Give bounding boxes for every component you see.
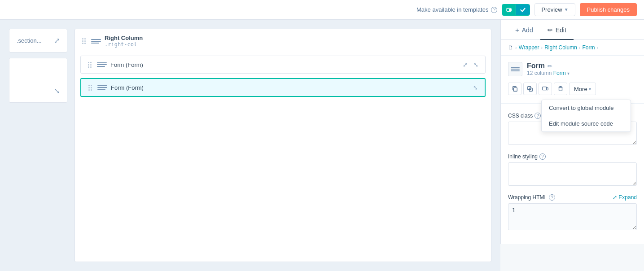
tab-add[interactable]: + Add [508,20,540,40]
top-bar: Make available in templates ? Preview ▼ … [0,0,644,20]
expand-icon-link: ⤢ [613,194,617,201]
breadcrumb-sep-3: › [597,45,599,50]
shrink-icon[interactable]: ⤡ [54,87,60,95]
expand-icon[interactable]: ⤢ [54,36,60,45]
breadcrumb-sep-2: › [579,45,581,50]
edit-icon: ✏ [548,26,553,34]
preview-button[interactable]: Preview ▼ [534,3,575,16]
plus-icon: + [515,26,519,34]
delete-button[interactable] [554,83,567,95]
section-block: .section... ⤢ [9,29,67,52]
right-col-subtitle: .right-col [105,41,143,48]
panel-tabs: + Add ✏ Edit [501,20,644,40]
make-available-label: Make available in templates ? [416,6,497,13]
canvas-body: .section... ⤢ ⤡ [9,29,491,262]
form-module-2[interactable]: Form (Form) ⤡ [80,78,486,97]
dropdown-item-edit-source[interactable]: Edit module source code [542,116,631,131]
module-edit-icon[interactable]: ✏ [548,63,552,70]
wrapping-html-input[interactable]: 1 [508,203,637,230]
column-block-icon [91,37,101,45]
right-col-title: Right Column [105,35,143,41]
breadcrumb-wrapper[interactable]: Wrapper [519,44,539,51]
info-icon[interactable]: ? [491,7,497,13]
module-form-link[interactable]: Form [553,70,566,76]
more-caret-icon: ▾ [589,87,591,92]
main-layout: .section... ⤢ ⤡ [0,0,644,271]
module-title: Form [527,62,545,70]
form1-expand-icon[interactable]: ⤢ [461,61,469,69]
svg-point-1 [509,9,511,11]
empty-block: ⤡ [9,58,67,103]
form2-icon [97,83,107,92]
copy-button[interactable] [508,83,521,95]
right-column-header: Right Column .right-col [80,35,486,51]
breadcrumb-form[interactable]: Form [583,44,595,51]
expand-link[interactable]: ⤢ Expand [613,194,637,201]
form2-label: Form (Form) [111,84,144,91]
responsive-button[interactable] [539,83,552,95]
clone-button[interactable] [523,83,537,95]
wrapping-html-info-icon[interactable]: ? [549,194,555,201]
svg-rect-7 [559,87,562,91]
section-label: .section... [17,37,42,44]
more-button[interactable]: More ▾ [569,83,596,95]
right-panel: + Add ✏ Edit 🗋 › Wrapper › Right Column … [500,20,644,244]
module-toolbar: More ▾ Convert to global module Edit mod… [501,80,644,100]
wrapping-html-group: Wrapping HTML ? ⤢ Expand 1 [508,194,637,232]
breadcrumb: 🗋 › Wrapper › Right Column › Form › [501,40,644,56]
page-icon: 🗋 [508,44,513,51]
toggle-check-button[interactable] [516,4,530,15]
dropdown-item-convert[interactable]: Convert to global module [542,100,631,116]
form2-shrink-icon[interactable]: ⤡ [471,83,479,92]
svg-rect-5 [543,87,547,90]
inline-styling-label: Inline styling ? [508,153,637,160]
form1-drag-handle[interactable] [86,61,93,69]
form1-label: Form (Form) [110,61,143,68]
inline-styling-info-icon[interactable]: ? [539,153,546,160]
chevron-form-icon: ▾ [567,71,570,76]
module-header-icon [508,62,522,76]
inline-styling-group: Inline styling ? [508,153,637,187]
svg-rect-2 [513,87,517,91]
toggle-group [502,4,530,16]
form2-drag-handle[interactable] [87,84,94,92]
toggle-on-button[interactable] [502,4,516,15]
form-module-1[interactable]: Form (Form) ⤢ ⤡ [80,56,486,74]
publish-button[interactable]: Publish changes [580,3,637,16]
right-column-container: Right Column .right-col [74,29,491,262]
breadcrumb-sep-1: › [541,45,543,50]
svg-rect-6 [547,87,548,90]
right-panel-wrapper: + Add ✏ Edit 🗋 › Wrapper › Right Column … [500,20,644,271]
form1-shrink-icon[interactable]: ⤡ [472,61,480,69]
wrapping-html-label: Wrapping HTML ? [508,194,555,201]
module-subtitle: 12 column Form ▾ [527,70,570,76]
canvas-area: .section... ⤢ ⤡ [0,20,500,271]
breadcrumb-right-column[interactable]: Right Column [544,44,577,51]
tab-edit[interactable]: ✏ Edit [540,20,574,40]
form1-icon [97,61,107,69]
dropdown-menu: Convert to global module Edit module sou… [541,100,631,132]
left-partial-panel: .section... ⤢ ⤡ [9,29,67,262]
css-class-info-icon[interactable]: ? [534,113,541,119]
inline-styling-input[interactable] [508,162,637,186]
breadcrumb-sep-0: › [515,45,517,50]
module-header: Form ✏ 12 column Form ▾ [501,56,644,80]
drag-handle[interactable] [80,37,88,45]
chevron-down-icon: ▼ [564,7,569,12]
